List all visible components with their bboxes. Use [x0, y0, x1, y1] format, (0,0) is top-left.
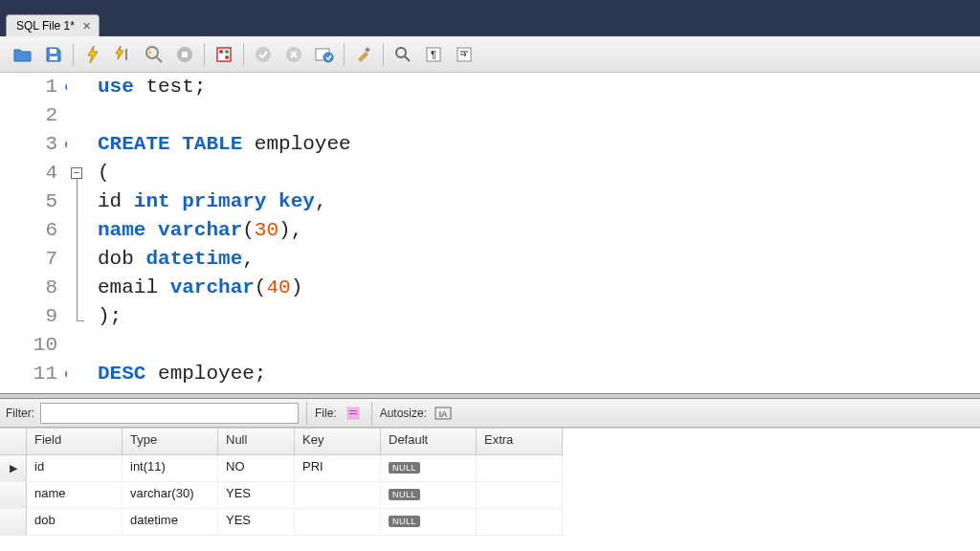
svg-rect-1 — [50, 56, 57, 60]
cell-null[interactable]: YES — [218, 509, 295, 536]
execute-button[interactable] — [79, 41, 106, 68]
tab-label: SQL File 1* — [16, 19, 75, 33]
cell-field[interactable]: name — [27, 482, 122, 509]
line-number: 6 — [0, 216, 57, 245]
row-selector[interactable]: ▶ — [0, 455, 27, 482]
code-line[interactable]: name varchar(30), — [98, 216, 980, 245]
close-icon[interactable]: ✕ — [82, 20, 91, 33]
code-line[interactable]: DESC employee; — [98, 360, 980, 388]
cell-extra[interactable] — [477, 482, 563, 509]
col-field[interactable]: Field — [27, 429, 122, 455]
svg-text:IA: IA — [439, 409, 448, 419]
svg-point-14 — [323, 53, 333, 62]
filter-input[interactable] — [40, 403, 299, 424]
cell-key[interactable] — [295, 509, 381, 536]
col-type[interactable]: Type — [122, 429, 218, 455]
cell-extra[interactable] — [477, 509, 563, 536]
cell-field[interactable]: id — [27, 455, 122, 482]
col-default[interactable]: Default — [381, 429, 477, 455]
sql-editor[interactable]: 1234567891011 − use test;CREATE TABLE em… — [0, 73, 980, 393]
line-number: 2 — [0, 101, 57, 130]
tab-strip: SQL File 1* ✕ — [0, 10, 980, 36]
svg-rect-7 — [217, 48, 231, 61]
separator — [73, 43, 74, 66]
line-number: 4 — [0, 159, 57, 187]
title-bar — [0, 0, 980, 10]
execute-step-button[interactable] — [110, 41, 137, 68]
check-button[interactable] — [250, 41, 277, 68]
cell-field[interactable]: dob — [27, 509, 122, 536]
col-extra[interactable]: Extra — [477, 429, 563, 455]
filter-label: Filter: — [6, 407, 34, 420]
code-line[interactable]: email varchar(40) — [98, 274, 980, 302]
line-number: 3 — [0, 130, 57, 159]
code-line[interactable]: use test; — [98, 73, 980, 101]
table-row[interactable]: dobdatetimeYESNULL — [0, 509, 980, 536]
col-key[interactable]: Key — [295, 429, 381, 455]
row-selector[interactable] — [0, 509, 27, 536]
code-line[interactable]: ( — [98, 159, 980, 187]
cell-null[interactable]: YES — [218, 482, 295, 509]
cell-key[interactable] — [295, 482, 381, 509]
tab-sql-file[interactable]: SQL File 1* ✕ — [6, 14, 100, 36]
cell-type[interactable]: int(11) — [122, 455, 218, 482]
svg-line-17 — [405, 56, 410, 61]
row-selector[interactable] — [0, 482, 27, 509]
cell-key[interactable]: PRI — [295, 455, 381, 482]
line-number: 1 — [0, 73, 57, 101]
svg-point-10 — [225, 50, 229, 54]
stop-button[interactable] — [171, 41, 198, 68]
grid-header-row: Field Type Null Key Default Extra — [0, 429, 980, 455]
search-button[interactable] — [390, 41, 416, 68]
svg-rect-22 — [349, 410, 357, 411]
autosize-button[interactable]: IA — [433, 403, 454, 424]
line-gutter: 1234567891011 — [0, 73, 67, 393]
null-badge: NULL — [389, 462, 420, 474]
code-line[interactable]: id int primary key, — [98, 187, 980, 216]
code-line[interactable]: ); — [98, 302, 980, 331]
svg-point-8 — [219, 50, 223, 54]
col-null[interactable]: Null — [218, 429, 295, 455]
cell-default[interactable]: NULL — [381, 509, 477, 536]
fold-toggle-icon[interactable]: − — [71, 167, 82, 179]
code-line[interactable]: CREATE TABLE employee — [98, 130, 980, 159]
autocommit-button[interactable] — [311, 41, 338, 68]
explain-button[interactable] — [141, 41, 167, 68]
separator — [371, 402, 372, 425]
cell-type[interactable]: datetime — [122, 509, 218, 536]
cell-type[interactable]: varchar(30) — [122, 482, 218, 509]
table-row[interactable]: namevarchar(30)YESNULL — [0, 482, 980, 509]
cell-default[interactable]: NULL — [381, 455, 477, 482]
cell-null[interactable]: NO — [218, 455, 295, 482]
format-button[interactable] — [350, 41, 377, 68]
cancel-button[interactable] — [280, 41, 307, 68]
code-line[interactable] — [98, 101, 980, 130]
save-button[interactable] — [40, 41, 67, 68]
row-selector-header — [0, 429, 27, 455]
cell-extra[interactable] — [477, 455, 563, 482]
line-number: 10 — [0, 331, 57, 360]
null-badge: NULL — [389, 489, 420, 500]
wrap-button[interactable] — [451, 41, 478, 68]
svg-rect-2 — [125, 49, 127, 60]
results-toolbar: Filter: File: Autosize: IA — [0, 399, 980, 428]
separator — [344, 43, 345, 66]
export-button[interactable] — [343, 403, 364, 424]
separator — [306, 402, 307, 425]
line-number: 8 — [0, 274, 57, 302]
code-line[interactable]: dob datetime, — [98, 245, 980, 274]
fold-line — [77, 179, 78, 320]
svg-line-4 — [157, 57, 162, 62]
open-button[interactable] — [10, 41, 36, 68]
show-whitespace-button[interactable]: ¶ — [420, 41, 447, 68]
svg-text:¶: ¶ — [431, 49, 436, 60]
svg-point-9 — [225, 55, 229, 59]
line-number: 11 — [0, 360, 57, 388]
commit-button[interactable] — [211, 41, 237, 68]
code-line[interactable] — [98, 331, 980, 360]
cell-default[interactable]: NULL — [381, 482, 477, 509]
svg-rect-0 — [50, 49, 56, 54]
svg-point-11 — [256, 47, 271, 62]
table-row[interactable]: ▶idint(11)NOPRINULL — [0, 455, 980, 482]
code-area[interactable]: use test;CREATE TABLE employee(id int pr… — [90, 73, 980, 393]
